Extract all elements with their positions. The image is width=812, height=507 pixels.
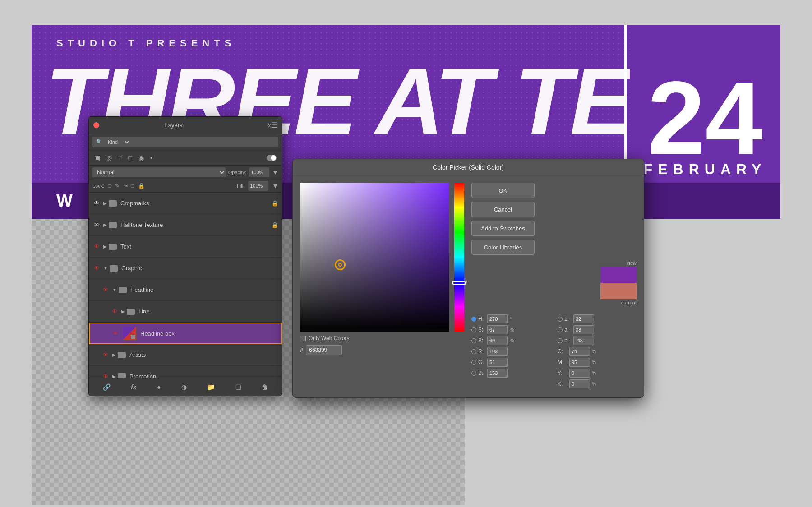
- layer-item-promotion[interactable]: 👁 ▶ Promotion: [89, 366, 282, 378]
- layer-item-artists[interactable]: 👁 ▶ Artists: [89, 344, 282, 366]
- filter-kind-select[interactable]: Kind Name: [104, 137, 130, 147]
- l-radio[interactable]: [558, 317, 563, 322]
- layer-item-headline[interactable]: 👁 ▼ Headline: [89, 279, 282, 301]
- gradient-field[interactable]: [300, 183, 449, 332]
- menu-icon[interactable]: ☰: [271, 121, 277, 129]
- layer-item-halftone[interactable]: 👁 ▶ Halftone Texture 🔒: [89, 214, 282, 236]
- layer-item-text[interactable]: 👁 ▶ Text: [89, 236, 282, 258]
- link-icon[interactable]: 🔗: [103, 383, 111, 391]
- b-lab-row: b:: [558, 335, 637, 346]
- lock-paint-icon[interactable]: ✎: [115, 183, 120, 189]
- search-icon: 🔍: [96, 139, 102, 145]
- layers-panel: Layers « ☰ 🔍 Kind Name ▣ ◎ T □ ◉ • Norma…: [88, 116, 282, 396]
- close-button[interactable]: [93, 122, 99, 128]
- filter-color-icon[interactable]: •: [150, 154, 152, 161]
- red-radio[interactable]: [471, 349, 476, 354]
- visibility-icon[interactable]: 👁: [92, 265, 101, 272]
- k-row: K: %: [558, 378, 637, 389]
- red-input[interactable]: [487, 347, 508, 356]
- visibility-icon[interactable]: 👁: [111, 330, 120, 337]
- new-layer-icon[interactable]: ❏: [235, 383, 241, 391]
- layer-name: Halftone Texture: [120, 221, 272, 228]
- opacity-input[interactable]: [249, 167, 269, 177]
- color-gradient[interactable]: [300, 183, 449, 332]
- bright-input[interactable]: [487, 336, 508, 345]
- hex-input[interactable]: [306, 345, 342, 355]
- a-label: a:: [564, 327, 572, 333]
- visibility-icon[interactable]: 👁: [102, 351, 110, 358]
- y-input[interactable]: [569, 369, 590, 378]
- c-input[interactable]: [569, 347, 590, 356]
- m-row: M: %: [558, 357, 637, 368]
- visibility-icon[interactable]: 👁: [102, 373, 110, 378]
- opacity-dropdown-icon[interactable]: ▼: [272, 169, 278, 176]
- color-libraries-button[interactable]: Color Libraries: [471, 240, 535, 255]
- new-swatch[interactable]: [600, 267, 637, 283]
- filter-pixel-icon[interactable]: ▣: [94, 154, 100, 161]
- expand-arrow[interactable]: ▶: [112, 352, 116, 357]
- layer-item-headline-box[interactable]: 👁 Headline box: [89, 323, 282, 344]
- new-group-icon[interactable]: 📁: [207, 383, 215, 391]
- b-lab-input[interactable]: [573, 336, 594, 345]
- visibility-icon[interactable]: 👁: [102, 286, 110, 293]
- sat-radio[interactable]: [471, 327, 476, 332]
- sat-input[interactable]: [487, 325, 508, 334]
- color-gradient-section: ◄ Only Web Colors #: [293, 175, 468, 397]
- green-input[interactable]: [487, 358, 508, 367]
- filter-adjust-icon[interactable]: ◎: [106, 154, 112, 161]
- lock-move-icon[interactable]: ⇥: [123, 183, 128, 189]
- layers-titlebar: Layers « ☰: [89, 117, 282, 134]
- fill-input[interactable]: [248, 181, 268, 191]
- lock-all-icon[interactable]: 🔒: [138, 183, 145, 189]
- web-colors-checkbox[interactable]: [300, 336, 306, 341]
- expand-arrow[interactable]: ▶: [103, 201, 107, 206]
- blue-radio[interactable]: [471, 371, 476, 376]
- half-circle-icon[interactable]: ◑: [181, 383, 187, 391]
- filter-smart-icon[interactable]: ◉: [138, 154, 144, 161]
- lock-artboard-icon[interactable]: □: [131, 183, 134, 189]
- k-input[interactable]: [569, 379, 590, 388]
- filter-shape-icon[interactable]: □: [129, 154, 132, 161]
- expand-icon[interactable]: «: [267, 121, 271, 129]
- layer-name: Artists: [129, 351, 278, 358]
- hue-radio[interactable]: [471, 317, 476, 322]
- add-to-swatches-button[interactable]: Add to Swatches: [471, 221, 535, 236]
- lock-transparent-icon[interactable]: □: [108, 183, 111, 189]
- expand-arrow[interactable]: ▶: [121, 309, 125, 314]
- bright-radio[interactable]: [471, 338, 476, 343]
- layer-name: Line: [138, 308, 278, 315]
- hex-symbol: #: [300, 347, 303, 354]
- expand-arrow[interactable]: ▼: [103, 266, 108, 271]
- opacity-label: Opacity:: [228, 170, 246, 175]
- visibility-icon[interactable]: 👁: [92, 243, 101, 250]
- visibility-icon[interactable]: 👁: [111, 308, 119, 315]
- expand-arrow[interactable]: ▶: [103, 222, 107, 227]
- expand-arrow[interactable]: ▶: [112, 374, 116, 378]
- green-radio[interactable]: [471, 360, 476, 365]
- fill-dropdown-icon[interactable]: ▼: [272, 182, 278, 189]
- fx-icon[interactable]: fx: [131, 383, 136, 391]
- hue-input[interactable]: [487, 314, 508, 323]
- b-lab-radio[interactable]: [558, 338, 563, 343]
- mask-icon[interactable]: ●: [157, 383, 161, 391]
- hue-slider[interactable]: ◄: [454, 183, 464, 332]
- layer-item-graphic[interactable]: 👁 ▼ Graphic: [89, 258, 282, 279]
- current-swatch[interactable]: [600, 283, 637, 299]
- expand-arrow[interactable]: ▼: [112, 287, 117, 292]
- m-input[interactable]: [569, 358, 590, 367]
- a-input[interactable]: [573, 325, 594, 334]
- l-input[interactable]: [573, 314, 594, 323]
- visibility-icon[interactable]: 👁: [92, 200, 101, 207]
- layer-item-line[interactable]: 👁 ▶ Line: [89, 301, 282, 323]
- a-radio[interactable]: [558, 327, 563, 332]
- blend-mode-select[interactable]: Normal: [92, 167, 226, 177]
- expand-arrow[interactable]: ▶: [103, 244, 107, 249]
- filter-type-icon[interactable]: T: [118, 154, 122, 161]
- filter-toggle[interactable]: [267, 155, 277, 161]
- visibility-icon[interactable]: 👁: [92, 221, 101, 228]
- delete-icon[interactable]: 🗑: [262, 383, 268, 391]
- layer-item-cropmarks[interactable]: 👁 ▶ Cropmarks 🔒: [89, 193, 282, 214]
- ok-button[interactable]: OK: [471, 183, 535, 198]
- cancel-button[interactable]: Cancel: [471, 202, 535, 217]
- blue-input[interactable]: [487, 369, 508, 378]
